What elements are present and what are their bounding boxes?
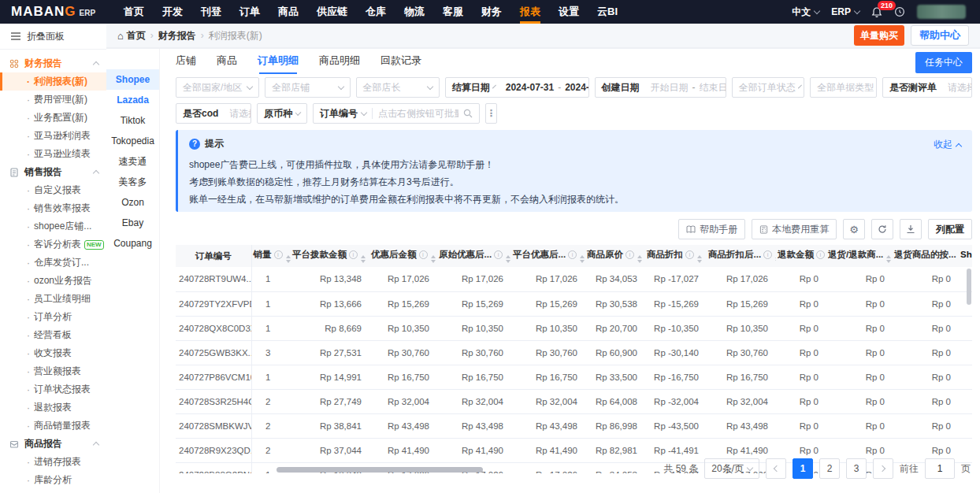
platform-ozon[interactable]: Ozon	[106, 192, 159, 213]
nav-item-8[interactable]: 客服	[443, 0, 463, 24]
next-page-button[interactable]	[873, 458, 893, 479]
breadcrumb-finance-report[interactable]: 财务报告	[158, 29, 196, 43]
help-center-button[interactable]: 帮助中心	[911, 25, 969, 46]
sort-icon[interactable]	[580, 255, 585, 263]
col-header-3[interactable]: 优惠后金额i	[369, 245, 437, 267]
cod-filter[interactable]: 是否cod请选择	[176, 103, 251, 124]
order-no-input[interactable]	[378, 108, 458, 119]
breadcrumb-home[interactable]: 首页	[127, 29, 146, 43]
sidebar-item-1-0[interactable]: ·自定义报表	[0, 181, 106, 199]
review-order-filter[interactable]: 是否测评单请选择	[882, 77, 972, 98]
sidebar-item-0-0[interactable]: ·利润报表(新)	[0, 72, 106, 91]
sidebar-item-1-2[interactable]: ·shopee店铺...	[0, 217, 106, 235]
refresh-button[interactable]	[871, 219, 893, 239]
goto-page-input[interactable]	[925, 458, 955, 479]
sidebar-item-1-12[interactable]: ·退款报表	[0, 398, 106, 417]
platform-ebay[interactable]: Ebay	[106, 213, 159, 233]
sidebar-item-2-0[interactable]: ·进销存报表	[0, 453, 106, 471]
nav-item-4[interactable]: 商品	[278, 0, 299, 24]
local-recalc-button[interactable]: 本地费用重算	[752, 219, 837, 239]
sidebar-item-1-3[interactable]: ·客诉分析表NEW	[0, 235, 106, 254]
platform-速卖通[interactable]: 速卖通	[106, 151, 159, 172]
sidebar-section-0[interactable]: 财务报告	[0, 54, 106, 72]
tab-4[interactable]: 回款记录	[380, 54, 421, 74]
col-header-12[interactable]: Shopee回扣金额	[959, 245, 972, 267]
sidebar-item-1-8[interactable]: ·经营看板	[0, 326, 106, 344]
tab-1[interactable]: 商品	[217, 54, 237, 74]
nav-item-2[interactable]: 刊登	[201, 0, 221, 24]
sort-icon[interactable]	[697, 255, 702, 263]
sidebar-item-1-1[interactable]: ·销售效率报表	[0, 199, 106, 217]
time-icon[interactable]	[894, 6, 905, 17]
page-size-select[interactable]: 20条/页	[704, 458, 759, 479]
buy-quota-button[interactable]: 单量购买	[854, 25, 904, 46]
collapse-notice-link[interactable]: 收起	[934, 138, 961, 151]
page-button-2[interactable]: 2	[819, 458, 840, 479]
nav-item-5[interactable]: 供应链	[317, 0, 347, 24]
col-header-9[interactable]: 退款金额i	[776, 245, 826, 267]
task-center-button[interactable]: 任务中心	[915, 52, 972, 73]
doc-type-filter[interactable]: 全部单据类型	[810, 77, 877, 98]
col-header-0[interactable]: 订单编号	[176, 245, 251, 267]
platform-shopee[interactable]: Shopee	[106, 69, 159, 90]
tab-0[interactable]: 店铺	[176, 54, 196, 74]
column-config-button[interactable]: 列配置	[928, 219, 972, 239]
sort-icon[interactable]	[886, 255, 891, 263]
sidebar-section-1[interactable]: 销售报告	[0, 163, 106, 181]
sort-icon[interactable]	[286, 255, 291, 263]
col-header-8[interactable]: 商品折扣后...i	[707, 245, 776, 267]
sort-icon[interactable]	[775, 255, 776, 263]
order-status-filter[interactable]: 全部订单状态	[732, 77, 805, 98]
app-logo[interactable]: MABANG ERP	[0, 4, 103, 20]
nav-item-3[interactable]: 订单	[239, 0, 260, 24]
nav-item-10[interactable]: 报表	[520, 0, 540, 24]
sort-icon[interactable]	[506, 255, 510, 263]
country-filter[interactable]: 全部国家/地区	[176, 77, 259, 98]
sidebar-item-1-11[interactable]: ·订单状态报表	[0, 380, 106, 398]
platform-tokopedia[interactable]: Tokopedia	[106, 131, 159, 151]
shop-filter[interactable]: 全部店铺	[265, 77, 350, 98]
col-header-2[interactable]: 平台拨款金额i	[291, 245, 369, 267]
col-header-7[interactable]: 商品折扣i	[645, 245, 707, 267]
col-header-11[interactable]: 退货商品的按...	[893, 245, 959, 267]
currency-filter[interactable]: 原币种	[257, 103, 307, 124]
nav-item-1[interactable]: 开发	[162, 0, 183, 24]
sort-icon[interactable]	[431, 255, 436, 263]
nav-item-12[interactable]: 云BI	[597, 0, 618, 24]
create-start-placeholder[interactable]: 开始日期	[651, 81, 689, 95]
col-header-10[interactable]: 退货/退款商...	[826, 245, 893, 267]
sidebar-item-1-10[interactable]: ·营业额报表	[0, 362, 106, 380]
download-button[interactable]	[900, 219, 922, 239]
platform-美客多[interactable]: 美客多	[106, 172, 159, 192]
page-button-3[interactable]: 3	[846, 458, 867, 479]
sidebar-item-1-13[interactable]: ·商品销量报表	[0, 417, 106, 435]
tab-3[interactable]: 商品明细	[319, 54, 360, 74]
sidebar-item-1-7[interactable]: ·订单分析	[0, 308, 106, 326]
settle-end-date[interactable]: 2024-07-31	[565, 82, 588, 93]
platform-coupang[interactable]: Coupang	[106, 233, 159, 254]
sidebar-item-0-2[interactable]: ·业务配置(新)	[0, 109, 106, 127]
sort-icon[interactable]	[361, 255, 366, 263]
sidebar-item-1-5[interactable]: ·ozon业务报告	[0, 272, 106, 290]
user-avatar[interactable]	[917, 5, 966, 19]
notification-bell-icon[interactable]: 210	[871, 6, 882, 18]
vertical-scrollbar[interactable]	[967, 269, 971, 305]
settle-start-date[interactable]: 2024-07-31	[506, 82, 554, 93]
sidebar-item-0-1[interactable]: ·费用管理(新)	[0, 91, 106, 109]
help-manual-button[interactable]: 帮助手册	[678, 219, 745, 239]
nav-item-6[interactable]: 仓库	[366, 0, 386, 24]
batch-search-more-button[interactable]: ⋮	[485, 103, 497, 124]
sidebar-item-1-4[interactable]: ·仓库发货订...	[0, 254, 106, 272]
nav-item-0[interactable]: 首页	[124, 0, 144, 24]
create-date-filter[interactable]: 创建日期 开始日期-结束日期	[595, 77, 726, 98]
nav-item-7[interactable]: 物流	[404, 0, 425, 24]
settings-gear-button[interactable]: ⚙	[843, 219, 865, 239]
platform-tiktok[interactable]: Tiktok	[106, 110, 159, 131]
col-header-1[interactable]: 销量i	[251, 245, 291, 267]
search-icon[interactable]	[458, 109, 473, 118]
col-header-6[interactable]: 商品原价i	[585, 245, 645, 267]
page-button-1[interactable]: 1	[793, 458, 813, 479]
create-end-placeholder[interactable]: 结束日期	[700, 81, 726, 95]
erp-switcher[interactable]: ERP	[831, 6, 859, 17]
col-header-5[interactable]: 平台优惠后...i	[511, 245, 585, 267]
